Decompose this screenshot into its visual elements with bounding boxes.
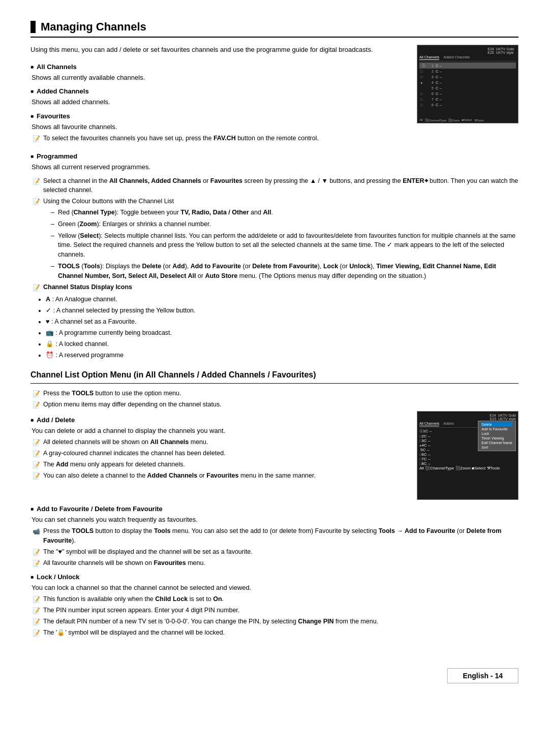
page-footer-wrapper: English - 14 [30, 653, 518, 683]
page-title: Managing Channels [30, 20, 518, 38]
favourites-heading: Favourites [30, 112, 407, 120]
list-item: 📺 : A programme currently being broadcas… [46, 328, 518, 338]
note-tools-button: 📝 Press the TOOLS button to use the opti… [33, 389, 518, 398]
note-enter-channel: 📝 Select a channel in the All Channels, … [33, 176, 518, 196]
programmed-text: Shows all current reserved programmes. [32, 162, 518, 172]
list-item: A : An Analogue channel. [46, 294, 518, 304]
list-item: TOOLS (Tools): Displays the Delete (or A… [51, 262, 518, 281]
note-icon-6: 📝 [33, 438, 40, 447]
note-icon-2: 📝 [33, 197, 40, 206]
add-favourite-heading: Add to Favourite / Delete from Favourite [30, 505, 518, 513]
note-lock-1: 📝 This function is available only when t… [33, 594, 518, 604]
note-favourite-3: 📝 All favourite channels will be shown o… [33, 558, 518, 568]
list-item: Yellow (Select): Selects multiple channe… [51, 231, 518, 260]
note-icon-14: 📝 [33, 606, 40, 615]
list-item: ✓ : A channel selected by pressing the Y… [46, 305, 518, 316]
programmed-heading: Programmed [30, 152, 518, 160]
added-channels-section: Added Channels Shows all added channels. [30, 87, 407, 107]
note-icon: 📝 [33, 134, 40, 143]
context-menu-edit-name: Edit Channel Name [481, 440, 512, 445]
note-add-delete-4: 📝 You can also delete a channel to the A… [33, 471, 407, 481]
page-footer: English - 14 [447, 668, 518, 683]
lock-unlock-section: Lock / Unlock You can lock a channel so … [30, 573, 518, 638]
note-add-delete-3: 📝 The Add menu only appears for deleted … [33, 460, 407, 469]
note-icon-3: 📝 [33, 283, 40, 292]
favourites-text: Shows all favourite channels. [32, 122, 407, 132]
added-channels-heading: Added Channels [30, 87, 407, 95]
all-channels-section: All Channels Shows all currently availab… [30, 63, 407, 83]
added-channels-text: Shows all added channels. [32, 97, 407, 107]
list-item: ⏰ : A reserved programme [46, 350, 518, 360]
note-icon-1: 📝 [33, 177, 40, 186]
channel-screenshot-1: E24 UKTV Gold E25 UKTV style All Channel… [417, 45, 518, 147]
note-icon-7: 📝 [33, 449, 40, 458]
context-menu-lock: Lock [481, 431, 512, 436]
list-item: 🔒 : A locked channel. [46, 339, 518, 349]
lock-unlock-heading: Lock / Unlock [30, 573, 518, 581]
list-item: Red (Channel Type): Toggle between your … [51, 208, 518, 217]
note-icon-12: 📝 [33, 559, 40, 568]
note-icon-16: 📝 [33, 628, 40, 638]
note-lock-2: 📝 The PIN number input screen appears. E… [33, 606, 518, 615]
colour-button-list: Red (Channel Type): Toggle between your … [51, 208, 518, 280]
note-colour-buttons: 📝 Using the Colour buttons with the Chan… [33, 197, 518, 206]
note-icon-8: 📝 [33, 460, 40, 469]
note-channel-status: 📝 Channel Status Display Icons [33, 282, 518, 292]
note-add-delete-1: 📝 All deleted channels will be shown on … [33, 437, 407, 447]
note-icon-9: 📝 [33, 471, 40, 481]
add-delete-intro: You can delete or add a channel to displ… [32, 426, 407, 436]
note-icon-13: 📝 [33, 595, 40, 604]
lock-unlock-intro: You can lock a channel so that the chann… [32, 583, 518, 593]
channel-list-section-title: Channel List Option Menu (in All Channel… [30, 369, 518, 383]
programmed-section: Programmed Shows all current reserved pr… [30, 152, 518, 172]
channel-screenshot-2: E24 UKTV Gold E25 UKTV style All Channel… [417, 411, 518, 500]
note-add-delete-2: 📝 A gray-coloured channel indicates the … [33, 449, 407, 458]
list-item: ♥ : A channel set as a Favourite. [46, 317, 518, 327]
note-icon-4: 📝 [33, 389, 40, 398]
note-icon-11: 📝 [33, 548, 40, 557]
favourites-note: 📝 To select the favourites channels you … [33, 134, 407, 143]
favourites-section: Favourites Shows all favourite channels.… [30, 112, 407, 144]
add-favourite-intro: You can set channels you watch frequentl… [32, 515, 518, 525]
note-lock-4: 📝 The '🔒' symbol will be displayed and t… [33, 628, 518, 638]
footer-text: English - 14 [463, 672, 503, 680]
add-delete-heading: Add / Delete [30, 416, 407, 424]
intro-text: Using this menu, you can add / delete or… [30, 45, 407, 55]
context-menu-timer-viewing: Timer Viewing [481, 436, 512, 440]
context-menu-add-favourite: Add to Favourite [481, 427, 512, 431]
note-icon-5: 📝 [33, 400, 40, 410]
add-delete-section: Add / Delete You can delete or add a cha… [30, 411, 518, 500]
context-menu: Delete Add to Favourite Lock Timer Viewi… [478, 421, 516, 451]
context-menu-sort: Sort [481, 445, 512, 450]
context-menu-delete: Delete [481, 422, 512, 427]
note-favourite-1: 📹 Press the TOOLS button to display the … [33, 526, 518, 546]
all-channels-text: Shows all currently available channels. [32, 73, 407, 83]
note-icon-10: 📹 [33, 527, 40, 536]
list-item: Green (Zoom): Enlarges or shrinks a chan… [51, 219, 518, 229]
all-channels-heading: All Channels [30, 63, 407, 71]
add-favourite-section: Add to Favourite / Delete from Favourite… [30, 505, 518, 568]
note-favourite-2: 📝 The "♥" symbol will be displayed and t… [33, 547, 518, 557]
note-lock-3: 📝 The default PIN number of a new TV set… [33, 617, 518, 626]
channel-status-list: A : An Analogue channel. ✓ : A channel s… [46, 294, 518, 360]
note-option-menu-differ: 📝 Option menu items may differ depending… [33, 400, 518, 410]
note-icon-15: 📝 [33, 617, 40, 626]
